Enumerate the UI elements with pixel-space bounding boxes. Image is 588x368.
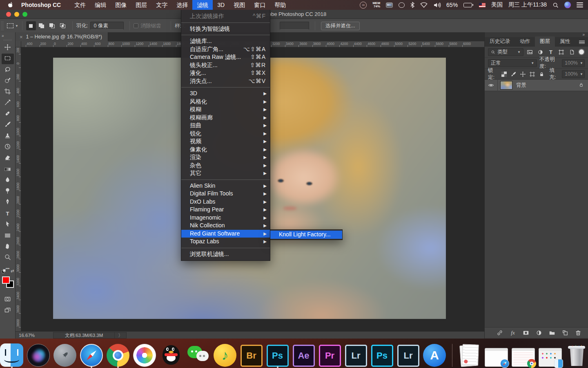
dock-adobe-lightroom[interactable]: Lr	[345, 343, 367, 367]
dock-chrome[interactable]	[107, 343, 129, 367]
vertical-ruler[interactable]: 2000200400600800100012001400160018002000…	[16, 47, 21, 331]
menubar-menu-滤镜[interactable]: 滤镜	[192, 0, 213, 10]
layer-name[interactable]: 背景	[516, 82, 526, 89]
layer-style-icon[interactable]: fx	[509, 329, 517, 337]
link-layers-icon[interactable]	[496, 329, 504, 337]
notification-center-icon[interactable]	[577, 2, 583, 7]
fill-dropdown[interactable]: 100% ▼	[562, 70, 585, 78]
volume-icon[interactable]	[433, 2, 441, 8]
input-source-flag-icon[interactable]	[479, 3, 486, 7]
dock-photos[interactable]	[133, 343, 156, 367]
add-to-selection-button[interactable]	[37, 21, 47, 30]
path-selection-tool[interactable]	[2, 219, 14, 230]
spotlight-icon[interactable]	[552, 2, 559, 8]
filter-menu-item-DxO-Labs[interactable]: DxO Labs▶	[181, 198, 270, 206]
swap-colors-button[interactable]: ⇄	[11, 269, 14, 273]
dock-adobe-photoshop[interactable]: Ps	[266, 343, 289, 367]
filter-menu-item-Topaz-Labs[interactable]: Topaz Labs▶	[181, 238, 270, 246]
dock-launchpad[interactable]	[53, 343, 76, 367]
antialias-checkbox[interactable]	[134, 23, 138, 28]
shape-tool[interactable]	[2, 230, 14, 241]
quick-mask-button[interactable]	[2, 294, 14, 304]
lasso-tool[interactable]	[2, 65, 14, 75]
filter-menu-item-杂色[interactable]: 杂色▶	[181, 162, 270, 170]
tool-preset-picker[interactable]: ▼	[7, 23, 18, 28]
lock-artboard-icon[interactable]	[529, 70, 536, 78]
panel-tab-图层[interactable]: 图层	[535, 36, 555, 47]
menubar-clock[interactable]: 周三 上午11:38	[508, 1, 547, 9]
dock-safari[interactable]	[80, 343, 103, 367]
battery-icon[interactable]	[463, 3, 473, 7]
dock-siri[interactable]	[27, 343, 50, 367]
close-tab-icon[interactable]: ×	[20, 34, 23, 40]
filter-menu-item-模糊[interactable]: 模糊▶	[181, 105, 270, 114]
add-mask-icon[interactable]	[522, 329, 530, 337]
filter-menu-item-转换为智能滤镜[interactable]: 转换为智能滤镜	[181, 25, 270, 33]
status-options-chevron[interactable]: 〉	[115, 332, 127, 339]
default-colors-button[interactable]	[2, 269, 7, 274]
filter-menu-item-像素化[interactable]: 像素化▶	[181, 146, 270, 154]
memory-indicator[interactable]: MEM74%	[372, 2, 380, 8]
filter-menu-item-模糊画廊[interactable]: 模糊画廊▶	[181, 114, 270, 122]
menubar-menu-文字[interactable]: 文字	[151, 0, 172, 10]
filter-menu-item-Flaming-Pear[interactable]: Flaming Pear▶	[181, 206, 270, 214]
blur-tool[interactable]	[2, 175, 14, 186]
document-tab[interactable]: × 1 – Helene.jpg @ 16.7%(RGB/8*)	[16, 32, 108, 41]
screenshot-app-icon[interactable]	[386, 2, 393, 8]
filter-menu-item-3D[interactable]: 3D▶	[181, 90, 270, 98]
type-tool[interactable]: T	[2, 208, 14, 219]
filter-adjustment-layers-icon[interactable]	[537, 48, 545, 56]
input-source-label[interactable]: 美国	[491, 1, 503, 9]
dock-wechat[interactable]	[187, 343, 210, 367]
menubar-menu-帮助[interactable]: 帮助	[270, 0, 290, 10]
quick-selection-tool[interactable]	[2, 76, 14, 86]
panel-tab-动作[interactable]: 动作	[515, 36, 535, 47]
apple-menu[interactable]	[8, 2, 14, 8]
rectangular-marquee-tool[interactable]	[2, 54, 14, 64]
menubar-menu-编辑[interactable]: 编辑	[90, 0, 111, 10]
filter-menu-item-Imagenomic[interactable]: Imagenomic▶	[181, 214, 270, 222]
creative-cloud-icon[interactable]: ∞	[360, 2, 367, 9]
lock-position-icon[interactable]	[519, 70, 526, 78]
dock-minimized-safari-window[interactable]	[485, 343, 508, 367]
filter-pixel-layers-icon[interactable]	[526, 48, 534, 56]
messages-icon[interactable]	[399, 2, 405, 8]
dock-finder[interactable]	[0, 343, 23, 367]
hand-tool[interactable]	[2, 241, 14, 252]
filter-toggle[interactable]	[578, 49, 585, 55]
filter-menu-item-其它[interactable]: 其它▶	[181, 169, 270, 177]
menubar-menu-选择[interactable]: 选择	[172, 0, 192, 10]
wifi-icon[interactable]	[420, 2, 428, 8]
dock-qq-music[interactable]: ♪	[214, 343, 236, 367]
panel-tab-历史记录[interactable]: 历史记录	[485, 36, 515, 47]
toolbar-grip[interactable]	[4, 39, 12, 41]
opacity-dropdown[interactable]: 100% ▼	[562, 59, 585, 67]
new-layer-icon[interactable]	[561, 329, 569, 337]
spot-healing-brush-tool[interactable]	[2, 109, 14, 119]
panel-tab-属性[interactable]: 属性	[555, 36, 575, 47]
filter-menu-item-视频[interactable]: 视频▶	[181, 137, 270, 146]
filter-menu-item-Digital-Film-Tools[interactable]: Digital Film Tools▶	[181, 190, 270, 198]
menubar-menu-文件[interactable]: 文件	[70, 0, 90, 10]
menubar-menu-视图[interactable]: 视图	[229, 0, 249, 10]
window-titlebar[interactable]: Adobe Photoshop CC 2018	[0, 10, 588, 19]
dock-minimized-finder-window[interactable]	[539, 343, 562, 367]
clone-stamp-tool[interactable]	[2, 131, 14, 141]
layer-visibility-toggle[interactable]	[485, 80, 498, 91]
dock-minimized-chrome-window[interactable]	[512, 343, 535, 367]
pen-tool[interactable]	[2, 197, 14, 208]
filter-menu-item-锐化[interactable]: 锐化▶	[181, 130, 270, 138]
menubar-menu-图层[interactable]: 图层	[131, 0, 151, 10]
zoom-level-field[interactable]: 16.67%	[19, 333, 53, 338]
layer-row-background[interactable]: 背景	[485, 80, 588, 91]
brush-tool[interactable]	[2, 120, 14, 130]
toolbar-expand-button[interactable]: »	[0, 32, 15, 38]
dock-adobe-photoshop-2[interactable]: Ps	[371, 343, 393, 367]
menubar-menu-窗口[interactable]: 窗口	[249, 0, 270, 10]
filter-menu-item-镜头校正-[interactable]: 镜头校正...⇧⌘R	[181, 61, 270, 70]
filter-menu-item-自适应广角-[interactable]: 自适应广角...⌥⇧⌘A	[181, 45, 270, 54]
select-and-mask-button[interactable]: 选择并遮住...	[321, 22, 360, 30]
feather-input[interactable]: 0 像素	[90, 22, 124, 30]
dodge-tool[interactable]	[2, 186, 14, 197]
filter-type-layers-icon[interactable]: T	[547, 48, 555, 56]
